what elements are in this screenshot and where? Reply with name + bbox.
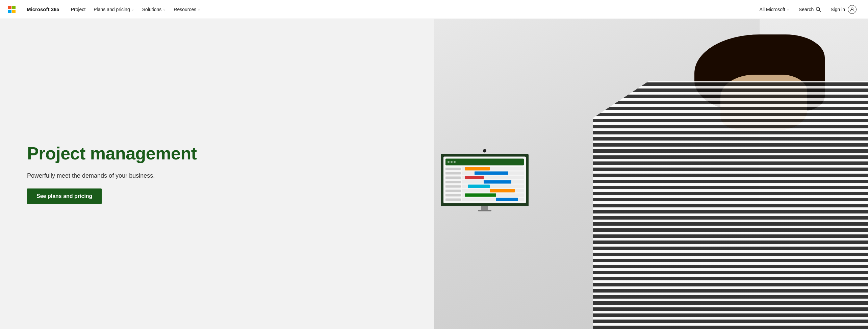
gantt-row-1 [445,167,524,170]
brand-divider [21,5,21,14]
monitor-screen [441,154,529,206]
gantt-row-6 [445,189,524,192]
hero-section: Project management Powerfully meet the d… [0,19,868,329]
nav-solutions[interactable]: Solutions ⌄ [139,5,169,14]
gantt-row-5 [445,184,524,188]
nav-right: All Microsoft ⌄ Search Sign in [756,3,860,16]
user-avatar-icon [848,5,857,14]
row-bar-1 [465,167,490,170]
monitor-stand [481,206,488,210]
row-bar-area-8 [462,198,524,201]
nav-plans[interactable]: Plans and pricing ⌄ [90,5,137,14]
row-label-4 [445,181,461,183]
nav-resources[interactable]: Resources ⌄ [170,5,204,14]
webcam-icon [483,149,486,152]
navbar: Microsoft 365 Project Plans and pricing … [0,0,868,19]
signin-button[interactable]: Sign in [827,3,860,16]
row-label-2 [445,172,461,174]
row-label-1 [445,168,461,170]
gantt-chart [443,156,526,203]
row-bar-area-7 [462,193,524,197]
hero-heading: Project management [27,144,414,163]
gantt-row-4 [445,180,524,183]
gantt-header-bar [445,158,524,165]
logo-green [12,6,16,9]
logo-red [8,6,11,9]
product-name: Microsoft 365 [27,6,59,12]
hero-monitor [441,149,529,211]
resources-chevron-icon: ⌄ [198,7,200,11]
search-button[interactable]: Search [795,5,824,14]
monitor-base [478,210,491,211]
microsoft-logo [8,6,16,13]
header-dot-3 [454,161,456,163]
gantt-rows [445,167,524,201]
row-label-3 [445,176,461,179]
row-bar-6 [490,189,514,192]
logo-blue [8,10,11,13]
hero-left-content: Project management Powerfully meet the d… [0,19,434,329]
row-label-7 [445,194,461,196]
gantt-row-3 [445,176,524,179]
gantt-header-dots [448,161,456,163]
search-icon [816,7,821,12]
brand-area: Microsoft 365 [8,5,59,14]
hero-subheading: Powerfully meet the demands of your busi… [27,171,414,180]
row-bar-area-1 [462,167,524,170]
svg-line-1 [819,10,821,11]
row-bar-area-2 [462,171,524,175]
plans-chevron-icon: ⌄ [131,7,134,11]
hero-right-image [434,19,868,329]
cta-button[interactable]: See plans and pricing [27,188,102,204]
solutions-chevron-icon: ⌄ [163,7,165,11]
header-dot-1 [448,161,450,163]
logo-yellow [12,10,16,13]
row-bar-3 [465,176,484,179]
header-dot-2 [451,161,453,163]
gantt-row-2 [445,171,524,175]
row-bar-area-5 [462,184,524,188]
row-bar-7 [465,193,496,197]
row-bar-4 [484,180,511,183]
gantt-row-7 [445,193,524,197]
row-label-8 [445,198,461,201]
row-bar-8 [496,198,518,201]
row-label-5 [445,185,461,187]
row-bar-area-4 [462,180,524,183]
all-microsoft-button[interactable]: All Microsoft ⌄ [756,5,793,14]
row-bar-5 [468,184,490,188]
nav-links: Project Plans and pricing ⌄ Solutions ⌄ … [68,5,756,14]
all-microsoft-chevron-icon: ⌄ [787,7,789,11]
gantt-row-8 [445,198,524,201]
row-bar-area-3 [462,176,524,179]
row-bar-area-6 [462,189,524,192]
row-bar-2 [475,171,509,175]
person-shirt [593,81,868,329]
row-label-6 [445,189,461,192]
nav-project[interactable]: Project [68,5,89,14]
hero-image-container [434,19,868,329]
